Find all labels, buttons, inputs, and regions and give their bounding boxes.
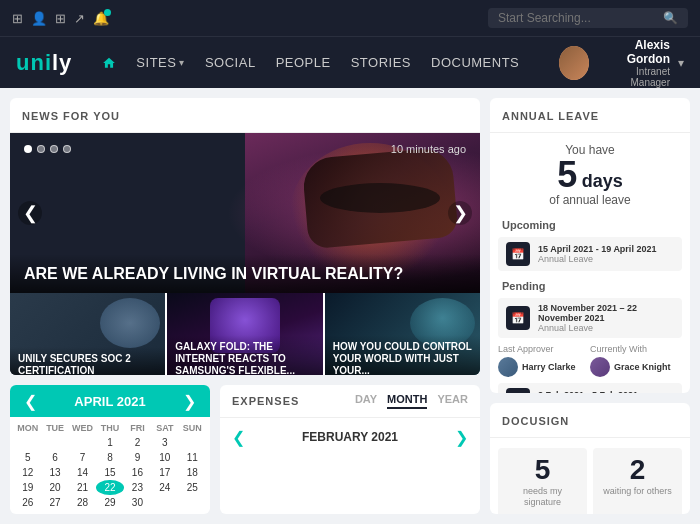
left-column: NEWS FOR YOU 10 minutes	[10, 98, 480, 514]
cal-day-2[interactable]: 2	[124, 435, 151, 450]
user-icon[interactable]: 👤	[31, 11, 47, 26]
cal-day-5[interactable]: 5	[14, 450, 41, 465]
cal-day-3[interactable]: 3	[151, 435, 178, 450]
cal-empty-3	[69, 435, 96, 450]
nav-documents[interactable]: Documents	[431, 55, 519, 70]
al-last-approver-info: Harry Clarke	[498, 357, 590, 377]
hero-content: ARE WE ALREADY LIVING IN VIRTUAL REALITY…	[10, 254, 480, 293]
cal-day-7[interactable]: 7	[69, 450, 96, 465]
hero-dot-2[interactable]	[37, 145, 45, 153]
expenses-next-button[interactable]: ❯	[455, 428, 468, 447]
docusign-waiting[interactable]: 2 waiting for others	[593, 448, 682, 514]
ds-signature-label: needs my signature	[504, 486, 581, 509]
cal-day-28[interactable]: 28	[69, 495, 96, 510]
news-thumb-3[interactable]: HOW YOU COULD CONTROL YOUR WORLD WITH JU…	[325, 293, 480, 375]
user-role: Intranet Manager	[597, 66, 670, 88]
cal-day-27[interactable]: 27	[41, 495, 68, 510]
annual-leave-section: ANNUAL LEAVE You have 5 days of annual l…	[490, 98, 690, 393]
cal-empty-2	[41, 435, 68, 450]
cal-day-8[interactable]: 8	[96, 450, 123, 465]
cal-day-13[interactable]: 13	[41, 465, 68, 480]
expenses-prev-button[interactable]: ❮	[232, 428, 245, 447]
share-icon[interactable]: ↗	[74, 11, 85, 26]
cal-day-9[interactable]: 9	[124, 450, 151, 465]
windows-icon[interactable]: ⊞	[12, 11, 23, 26]
cal-day-wed: WED	[69, 421, 96, 435]
cal-day-11[interactable]: 11	[179, 450, 206, 465]
cal-day-17[interactable]: 17	[151, 465, 178, 480]
hero-dot-4[interactable]	[63, 145, 71, 153]
docusign-needs-signature[interactable]: 5 needs my signature	[498, 448, 587, 514]
search-bar[interactable]: 🔍	[488, 8, 688, 28]
cal-day-sat: SAT	[151, 421, 178, 435]
user-chevron: ▾	[678, 56, 684, 70]
news-thumb-1[interactable]: UNILY SECURES SOC 2 CERTIFICATION	[10, 293, 167, 375]
cal-day-10[interactable]: 10	[151, 450, 178, 465]
al-calendar-icon-2: 📅	[506, 306, 530, 330]
hero-dot-3[interactable]	[50, 145, 58, 153]
avatar-image	[559, 46, 589, 80]
cal-day-14[interactable]: 14	[69, 465, 96, 480]
al-item-info-1: 15 April 2021 - 19 April 2021 Annual Lea…	[538, 244, 674, 264]
cal-day-19[interactable]: 19	[14, 480, 41, 495]
topbar: ⊞ 👤 ⊞ ↗ 🔔 🔍	[0, 0, 700, 36]
search-input[interactable]	[498, 11, 657, 25]
cal-day-25[interactable]: 25	[179, 480, 206, 495]
cal-day-21[interactable]: 21	[69, 480, 96, 495]
cal-day-23[interactable]: 23	[124, 480, 151, 495]
cal-day-29[interactable]: 29	[96, 495, 123, 510]
calendar-day-names: MON TUE WED THU FRI SAT SUN	[14, 421, 206, 435]
nav-social[interactable]: Social	[205, 55, 256, 70]
expenses-tab-year[interactable]: YEAR	[437, 393, 468, 409]
news-section: NEWS FOR YOU 10 minutes	[10, 98, 480, 375]
nav-home[interactable]	[102, 56, 116, 70]
al-sick-leave-dates: 2 Feb 2021 - 5 Feb 2021	[538, 390, 674, 393]
news-header: NEWS FOR YOU	[10, 98, 480, 133]
cal-day-18[interactable]: 18	[179, 465, 206, 480]
cal-day-tue: TUE	[41, 421, 68, 435]
grid-icon[interactable]: ⊞	[55, 11, 66, 26]
cal-day-30[interactable]: 30	[124, 495, 151, 510]
expenses-header: EXPENSES DAY MONTH YEAR	[220, 385, 480, 418]
sites-chevron: ▾	[179, 57, 185, 68]
expenses-tab-day[interactable]: DAY	[355, 393, 377, 409]
nav-sites[interactable]: Sites ▾	[136, 55, 185, 70]
cal-day-24[interactable]: 24	[151, 480, 178, 495]
news-hero[interactable]: 10 minutes ago ❮ ❯ ARE WE ALREADY LIVING…	[10, 133, 480, 293]
expenses-tab-month[interactable]: MONTH	[387, 393, 427, 409]
bell-icon[interactable]: 🔔	[93, 11, 109, 26]
cal-day-16[interactable]: 16	[124, 465, 151, 480]
al-currently-with-avatar	[590, 357, 610, 377]
cal-day-20[interactable]: 20	[41, 480, 68, 495]
calendar-header: ❮ APRIL 2021 ❯	[10, 385, 210, 417]
cal-day-1[interactable]: 1	[96, 435, 123, 450]
cal-day-22[interactable]: 22	[96, 480, 123, 495]
calendar-next-button[interactable]: ❯	[180, 391, 200, 411]
al-upcoming-type: Annual Leave	[538, 254, 674, 264]
user-name: Alexis Gordon	[597, 38, 670, 66]
calendar-prev-button[interactable]: ❮	[20, 391, 40, 411]
cal-day-12[interactable]: 12	[14, 465, 41, 480]
al-currently-with-name: Grace Knight	[614, 362, 671, 372]
cal-day-26[interactable]: 26	[14, 495, 41, 510]
calendar-month: APRIL 2021	[74, 394, 145, 409]
cal-day-thu: THU	[96, 421, 123, 435]
nav-people[interactable]: People	[276, 55, 331, 70]
docusign-content: 5 needs my signature 2 waiting for other…	[490, 438, 690, 514]
al-upcoming-item-1: 📅 15 April 2021 - 19 April 2021 Annual L…	[498, 237, 682, 271]
topbar-icons: ⊞ 👤 ⊞ ↗ 🔔	[12, 11, 109, 26]
nav-stories[interactable]: Stories	[351, 55, 411, 70]
news-thumb-2[interactable]: GALAXY FOLD: THE INTERNET REACTS TO SAMS…	[167, 293, 324, 375]
hero-prev-button[interactable]: ❮	[18, 201, 42, 225]
cal-day-6[interactable]: 6	[41, 450, 68, 465]
hero-next-button[interactable]: ❯	[448, 201, 472, 225]
al-pending-label: Pending	[490, 274, 690, 295]
al-sick-leave-info: 2 Feb 2021 - 5 Feb 2021 Sick Leave	[538, 390, 674, 393]
cal-day-15[interactable]: 15	[96, 465, 123, 480]
user-area[interactable]: Alexis Gordon Intranet Manager ▾	[559, 38, 684, 88]
expenses-content: ❮ FEBRUARY 2021 ❯	[220, 418, 480, 456]
hero-dot-1[interactable]	[24, 145, 32, 153]
calendar-section: ❮ APRIL 2021 ❯ MON TUE WED THU FRI SAT S…	[10, 385, 210, 514]
al-calendar-icon-1: 📅	[506, 242, 530, 266]
hero-title: ARE WE ALREADY LIVING IN VIRTUAL REALITY…	[24, 264, 466, 283]
